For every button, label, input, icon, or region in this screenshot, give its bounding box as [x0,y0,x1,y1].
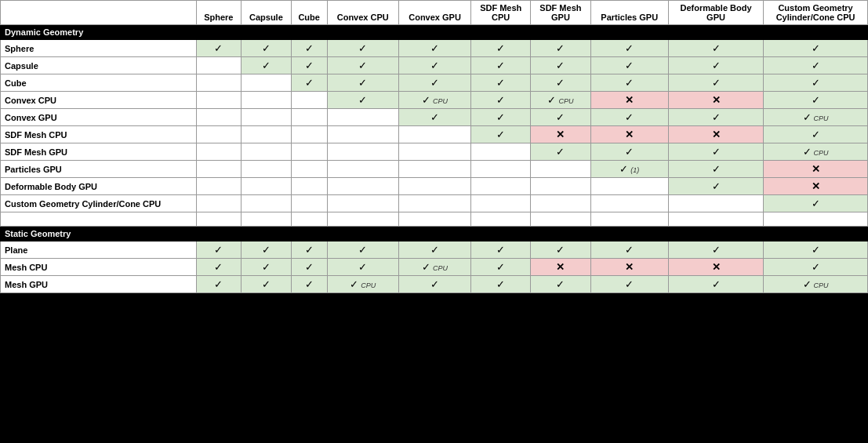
cell-particles_gpu: ✓ [590,241,668,259]
check-mark: ✓ [214,261,223,273]
cell-custom_geo_cpu: ✓ [764,241,868,259]
check-mark: ✓ [496,94,505,106]
check-mark: ✓ [625,111,634,123]
cell-capsule [241,143,291,161]
check-mark: ✓ [262,60,271,71]
cell-convex_cpu [327,161,398,178]
cell-convex_gpu [398,178,470,195]
cell-cube [291,92,327,109]
cell-particles_gpu [590,178,668,195]
check-mark: ✓ [214,42,223,54]
cell-convex_cpu [327,178,398,195]
check-mark: ✓ [556,244,565,256]
cell-custom_geo_cpu: ✓ [764,126,868,143]
cross-mark: ✕ [812,163,820,175]
cell-cube [291,195,327,212]
check-mark: ✓ [712,244,721,256]
check-mark: ✓ [712,111,721,123]
cell-sphere: ✓ [196,241,241,259]
check-mark: ✓ [812,261,820,273]
cell-capsule [241,161,291,178]
check-mark: ✓ [305,261,314,273]
check-mark: ✓ [496,278,505,290]
row-label: Mesh GPU [1,276,197,293]
row-label: Plane [1,241,197,259]
cell-sdf_mesh_gpu [531,195,590,212]
cell-sphere [196,109,241,126]
check-mark: ✓ [214,278,223,290]
cell-cube: ✓ [291,241,327,259]
cell-convex_gpu: ✓ [398,40,470,57]
check-mark: ✓ [262,42,271,54]
cell-sdf_mesh_cpu: ✓ [471,92,531,109]
cell-deformable_body_gpu: ✓ [668,143,763,161]
table-row: Deformable Body GPU✓✕ [1,178,868,195]
check-mark: ✓ [350,278,358,290]
cell-convex_gpu [398,161,470,178]
row-label: Sphere [1,40,197,57]
check-mark: ✓ [262,261,271,273]
cell-deformable_body_gpu: ✓ [668,40,763,57]
cell-cube: ✓ [291,57,327,74]
row-label: Custom Geometry Cylinder/Cone CPU [1,195,197,212]
cell-capsule [241,126,291,143]
check-mark: ✓ [556,42,565,54]
check-mark: ✓ [812,60,820,71]
cross-mark: ✕ [712,94,721,106]
col-header-cube: Cube [291,1,327,25]
cell-convex_cpu: ✓ [327,57,398,74]
check-mark: ✓ [305,244,314,256]
cell-deformable_body_gpu: ✓ [668,57,763,74]
cell-sdf_mesh_cpu: ✓ [471,259,531,276]
cell-convex_gpu [398,126,470,143]
cell-sdf_mesh_cpu [471,143,531,161]
table-wrapper: SphereCapsuleCubeConvex CPUConvex GPUSDF… [0,0,868,293]
check-mark: ✓ [812,77,820,89]
check-mark: ✓ [556,111,565,123]
cell-deformable_body_gpu: ✓ [668,74,763,92]
check-mark: ✓ [812,198,820,209]
check-mark: ✓ [625,42,634,54]
table-row: Capsule✓✓✓✓✓✓✓✓✓ [1,57,868,74]
cross-mark: ✕ [625,261,634,273]
cell-sdf_mesh_cpu: ✓ [471,40,531,57]
cross-mark: ✕ [556,129,565,140]
check-mark: ✓ [556,146,565,158]
cell-custom_geo_cpu: ✓ [764,92,868,109]
check-mark: ✓ [547,94,556,106]
check-mark: ✓ [625,60,634,71]
check-mark: ✓ [430,244,439,256]
cell-sphere [196,161,241,178]
table-row: Mesh GPU✓✓✓✓ CPU✓✓✓✓✓✓ CPU [1,276,868,293]
row-label: Convex CPU [1,92,197,109]
cell-custom_geo_cpu: ✓ [764,57,868,74]
cross-mark: ✕ [556,261,565,273]
cell-note: (1) [630,166,639,174]
cell-custom_geo_cpu: ✕ [764,161,868,178]
cell-custom_geo_cpu: ✓ CPU [764,276,868,293]
cell-capsule [241,92,291,109]
check-mark: ✓ [496,60,505,71]
check-mark: ✓ [625,146,634,158]
col-header-deformable_body_gpu: Deformable BodyGPU [668,1,763,25]
table-row: Cube✓✓✓✓✓✓✓✓ [1,74,868,92]
cell-custom_geo_cpu: ✓ [764,74,868,92]
check-mark: ✓ [358,244,367,256]
cell-sdf_mesh_cpu: ✓ [471,74,531,92]
check-mark: ✓ [496,42,505,54]
check-mark: ✓ [496,261,505,273]
cell-convex_gpu [398,143,470,161]
check-mark: ✓ [712,180,721,192]
cell-sphere [196,126,241,143]
cell-sdf_mesh_gpu: ✓ CPU [531,92,590,109]
cell-sdf_mesh_gpu: ✓ [531,40,590,57]
cell-sphere: ✓ [196,40,241,57]
cell-particles_gpu: ✓ (1) [590,161,668,178]
cell-cube [291,161,327,178]
cell-cube [291,143,327,161]
cross-mark: ✕ [812,180,820,192]
cell-sdf_mesh_cpu [471,178,531,195]
check-mark: ✓ [556,60,565,71]
cell-sdf_mesh_gpu: ✓ [531,241,590,259]
check-mark: ✓ [625,278,634,290]
